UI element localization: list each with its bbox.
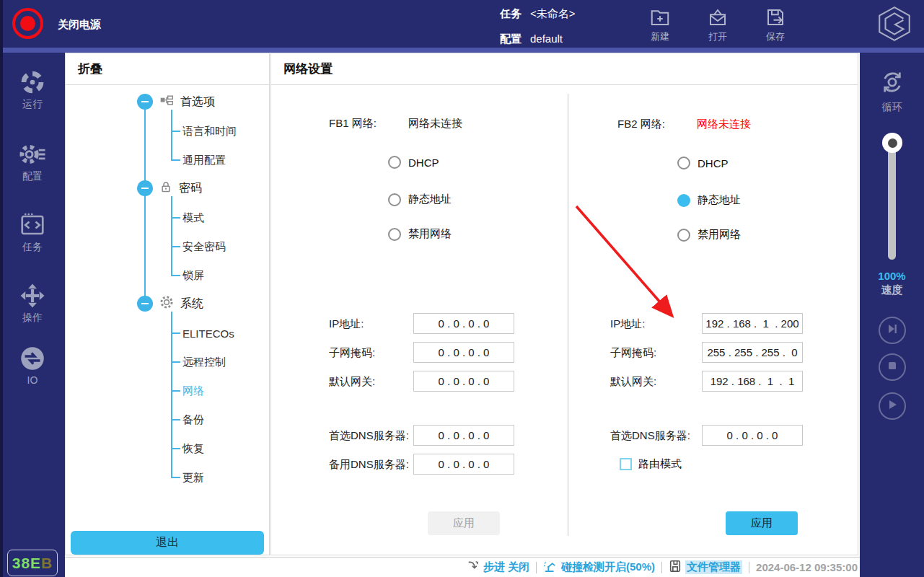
fb1-gateway-input[interactable]: 0 . 0 . 0 . 0 xyxy=(413,371,514,392)
tree-item-safety-password[interactable]: 安全密码 xyxy=(171,239,226,255)
radio-icon[interactable] xyxy=(677,157,690,169)
left-sidebar: 运行 配置 任务 xyxy=(0,53,65,577)
tree-collapse-header[interactable]: 折叠 xyxy=(66,53,269,85)
tree-node-label: 密码 xyxy=(179,181,202,196)
status-bar: 步进 关闭 碰撞检测开启(50%) 文件管理器 2024-06-12 09:35… xyxy=(65,557,860,577)
sidebar-item-label: 配置 xyxy=(0,170,65,183)
speed-slider-track[interactable] xyxy=(888,143,896,260)
collision-robot-icon xyxy=(543,560,558,575)
power-off-label[interactable]: 关闭电源 xyxy=(58,18,101,32)
fb1-radio-dhcp[interactable]: DHCP xyxy=(388,156,439,169)
fb1-radio-static[interactable]: 静态地址 xyxy=(388,193,452,206)
elite-logo-icon xyxy=(875,4,914,46)
loop-label: 循环 xyxy=(860,101,924,114)
play-icon xyxy=(886,398,899,414)
gear-icon xyxy=(159,295,174,312)
tree-item-lock-screen[interactable]: 锁屏 xyxy=(171,268,204,283)
fb1-mask-label: 子网掩码: xyxy=(329,346,375,360)
fb2-gateway-input[interactable]: 192 . 168 . 1 . 1 xyxy=(702,371,803,392)
open-task-label: 打开 xyxy=(695,30,741,43)
radio-icon[interactable] xyxy=(388,228,401,241)
stop-icon xyxy=(886,359,899,375)
new-task-label: 新建 xyxy=(637,30,683,43)
step-label: 步进 关闭 xyxy=(483,560,529,574)
fb2-apply-button[interactable]: 应用 xyxy=(726,511,798,535)
radio-icon[interactable] xyxy=(388,156,401,169)
radio-checked-icon[interactable] xyxy=(677,194,690,207)
sidebar-item-config[interactable]: 配置 xyxy=(0,141,65,183)
sidebar-item-task[interactable]: 任务 xyxy=(0,212,65,254)
tree-item-network[interactable]: 网络 xyxy=(171,383,204,399)
save-task-label: 保存 xyxy=(752,30,798,43)
speed-percent: 100% xyxy=(860,270,924,282)
skip-next-icon xyxy=(886,322,899,338)
collapse-minus-icon[interactable] xyxy=(137,94,153,110)
fb1-dns1-label: 首选DNS服务器: xyxy=(329,429,409,443)
open-task-button[interactable]: 打开 xyxy=(695,6,741,43)
sidebar-item-io[interactable]: IO xyxy=(0,345,65,386)
tree-node-preferences[interactable]: 首选项 xyxy=(137,93,215,110)
fb1-dns2-input[interactable]: 0 . 0 . 0 . 0 xyxy=(413,454,514,475)
stop-button[interactable] xyxy=(879,353,906,381)
exit-button[interactable]: 退出 xyxy=(71,531,264,555)
page-title: 网络设置 xyxy=(271,53,858,85)
fb2-radio-disable[interactable]: 禁用网络 xyxy=(677,228,741,242)
step-mode-toggle[interactable]: 步进 关闭 xyxy=(467,560,529,575)
tree-item-remote-control[interactable]: 远程控制 xyxy=(171,354,226,370)
system-timestamp: 2024-06-12 09:35:00 xyxy=(756,561,858,573)
settings-tree-panel: 折叠 首选项 语言和时间 通用配置 密码 模式 安全密码 xyxy=(65,53,270,555)
tree-item-general-config[interactable]: 通用配置 xyxy=(171,152,226,168)
speed-slider-knob[interactable] xyxy=(882,133,902,153)
fb1-status: 网络未连接 xyxy=(408,117,462,131)
tree-item-mode[interactable]: 模式 xyxy=(171,210,204,226)
fb2-ip-input[interactable]: 192 . 168 . 1 . 200 xyxy=(702,313,803,334)
fb1-dns2-label: 备用DNS服务器: xyxy=(329,458,409,472)
fb1-ip-label: IP地址: xyxy=(329,317,364,331)
loop-icon xyxy=(879,86,906,98)
fb1-dns1-input[interactable]: 0 . 0 . 0 . 0 xyxy=(413,425,514,446)
lock-icon xyxy=(159,180,172,197)
sidebar-item-run[interactable]: 运行 xyxy=(0,69,65,111)
sidebar-item-label: 操作 xyxy=(0,312,65,325)
checkbox-icon[interactable] xyxy=(620,458,632,470)
fb2-mask-input[interactable]: 255 . 255 . 255 . 0 xyxy=(702,342,803,363)
config-line: 配置 default xyxy=(500,32,563,46)
tree-item-backup[interactable]: 备份 xyxy=(171,412,204,428)
play-button[interactable] xyxy=(879,392,906,420)
collision-detect-toggle[interactable]: 碰撞检测开启(50%) xyxy=(543,560,655,575)
fb2-router-mode-checkbox[interactable]: 路由模式 xyxy=(620,457,682,471)
radio-icon[interactable] xyxy=(388,193,401,206)
settings-icon xyxy=(0,141,65,167)
fb2-dns1-input[interactable]: 0 . 0 . 0 . 0 xyxy=(702,425,803,446)
tree-node-system[interactable]: 系统 xyxy=(137,295,203,312)
new-task-button[interactable]: 新建 xyxy=(637,6,683,43)
file-manager-button[interactable]: 文件管理器 xyxy=(669,560,742,575)
fb2-mask-label: 子网掩码: xyxy=(610,346,656,360)
tree-item-restore[interactable]: 恢复 xyxy=(171,441,204,457)
fb1-gateway-label: 默认网关: xyxy=(329,375,375,389)
tree-item-language-time[interactable]: 语言和时间 xyxy=(171,123,237,139)
sidebar-item-jog[interactable]: 操作 xyxy=(0,283,65,325)
collapse-minus-icon[interactable] xyxy=(137,296,153,312)
fb2-radio-dhcp[interactable]: DHCP xyxy=(677,157,729,169)
fb1-mask-input[interactable]: 0 . 0 . 0 . 0 xyxy=(413,342,514,363)
fb2-gateway-label: 默认网关: xyxy=(610,375,656,389)
tree-item-update[interactable]: 更新 xyxy=(171,470,204,485)
fb2-radio-static[interactable]: 静态地址 xyxy=(677,193,741,207)
fb1-name-label: FB1 网络: xyxy=(329,117,377,131)
radio-icon[interactable] xyxy=(677,229,690,242)
fb1-ip-input[interactable]: 0 . 0 . 0 . 0 xyxy=(413,313,514,334)
run-icon xyxy=(0,69,65,95)
tree-item-elitecos[interactable]: ELITECOs xyxy=(171,325,234,341)
fb1-radio-disable[interactable]: 禁用网络 xyxy=(388,227,452,241)
tree-node-password[interactable]: 密码 xyxy=(137,180,202,197)
io-icon xyxy=(0,345,65,371)
save-task-button[interactable]: 保存 xyxy=(752,6,798,43)
record-power-button[interactable] xyxy=(12,8,43,39)
step-next-button[interactable] xyxy=(879,317,906,344)
collapse-minus-icon[interactable] xyxy=(137,180,153,196)
loop-mode-button[interactable]: 循环 xyxy=(860,69,924,114)
jog-icon xyxy=(0,283,65,309)
fb1-apply-button[interactable]: 应用 xyxy=(428,511,500,535)
task-value: <未命名> xyxy=(530,7,576,21)
